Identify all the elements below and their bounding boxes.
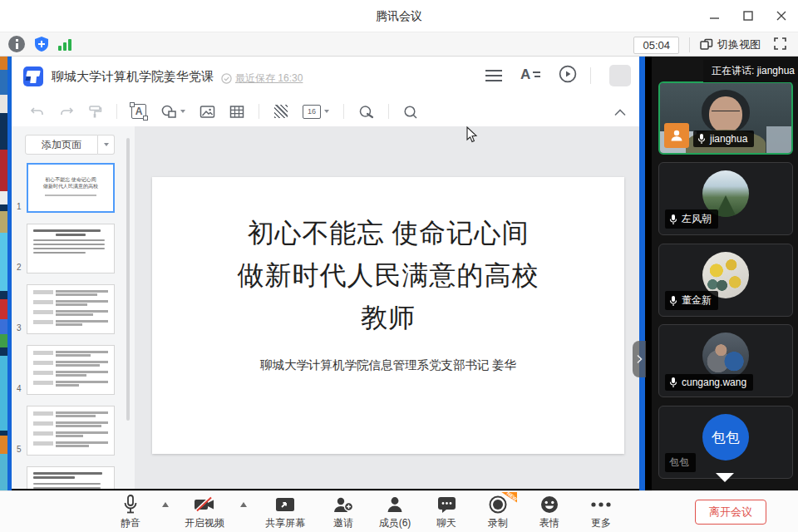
host-badge <box>664 123 689 148</box>
expand-panel-tab[interactable] <box>633 341 646 377</box>
share-border-right <box>639 57 645 490</box>
record-button[interactable]: NEW 录制 <box>472 494 524 530</box>
add-page-button[interactable]: 添加页面 <box>25 135 98 155</box>
tencent-meeting-window: 腾讯会议 05:04 切换视图 <box>0 0 798 532</box>
page-ratio-button[interactable]: 16 <box>303 105 329 119</box>
participant-avatar: 包包 <box>702 414 749 461</box>
fullscreen-button[interactable] <box>774 37 786 53</box>
panel-scrollbar[interactable] <box>126 138 130 421</box>
shared-screen-region: 聊城大学计算机学院姜华党课 最近保存 16:30 A <box>0 57 798 490</box>
start-video-button[interactable]: 开启视频 <box>175 494 234 530</box>
divider <box>343 104 344 119</box>
meeting-bottom-toolbar: 静音 开启视频 共享屏幕 邀请 <box>0 490 798 532</box>
present-button[interactable] <box>559 65 577 86</box>
maximize-button[interactable] <box>732 0 765 32</box>
more-dots-icon <box>590 501 612 508</box>
participant-tile-zuofengchao[interactable]: 左风朝 <box>658 162 793 235</box>
pen-button[interactable] <box>358 105 374 119</box>
meeting-topbar: 05:04 切换视图 <box>0 32 798 57</box>
meeting-info-icon[interactable] <box>8 36 25 52</box>
leave-meeting-button[interactable]: 离开会议 <box>695 500 766 525</box>
account-avatar[interactable] <box>609 65 631 86</box>
maximize-icon <box>743 11 753 21</box>
add-page-dropdown[interactable] <box>98 135 115 155</box>
invite-button[interactable]: 邀请 <box>318 494 369 530</box>
share-screen-button[interactable]: 共享屏幕 <box>253 494 318 530</box>
slide-thumbnail-6[interactable] <box>27 466 115 489</box>
emoji-button[interactable]: 表情 <box>524 494 575 530</box>
mic-options-arrow[interactable] <box>156 502 175 507</box>
share-screen-icon <box>275 495 295 514</box>
security-shield-icon[interactable] <box>33 36 50 52</box>
host-person-icon <box>669 128 684 143</box>
chevron-right-icon <box>636 354 643 364</box>
participant-name: 包包 <box>669 456 689 470</box>
video-options-arrow[interactable] <box>234 502 253 507</box>
shape-button[interactable] <box>160 104 185 119</box>
minimize-button[interactable] <box>698 0 732 32</box>
chat-button[interactable]: 聊天 <box>421 494 472 530</box>
mute-button[interactable]: 静音 <box>105 494 156 530</box>
undo-button[interactable] <box>30 105 45 118</box>
participant-name: 董金新 <box>682 293 712 308</box>
slide-thumbnail-panel: 添加页面 1 初心不能忘 使命记心间 做新时代人民满意的高校 <box>12 126 135 489</box>
mic-icon <box>669 214 677 225</box>
image-button[interactable] <box>200 105 215 119</box>
redo-button[interactable] <box>59 105 74 118</box>
slide-thumbnail-3[interactable]: 3 <box>27 284 115 334</box>
menu-icon[interactable] <box>485 70 502 81</box>
table-button[interactable] <box>229 105 244 119</box>
more-button[interactable]: 更多 <box>575 494 627 530</box>
divider <box>388 104 389 119</box>
text-format-icon[interactable]: A <box>520 68 540 83</box>
textbox-button[interactable]: A <box>131 104 146 119</box>
window-titlebar: 腾讯会议 <box>0 0 798 32</box>
switch-view-icon <box>700 38 713 52</box>
search-button[interactable] <box>403 105 418 119</box>
record-icon <box>488 495 508 515</box>
doc-header: 聊城大学计算机学院姜华党课 最近保存 16:30 A <box>12 57 639 96</box>
participant-tile-jianghua[interactable]: jianghua <box>658 81 793 155</box>
fill-pattern-button[interactable] <box>273 104 288 119</box>
slide-thumbnail-5[interactable]: 5 <box>27 406 115 456</box>
meeting-timer: 05:04 <box>633 37 679 54</box>
thumbnail-number: 5 <box>17 445 22 454</box>
slide-thumbnail-1[interactable]: 1 初心不能忘 使命记心间 做新时代人民满意的高校 <box>27 163 115 213</box>
doc-title: 聊城大学计算机学院姜华党课 <box>52 69 214 85</box>
thumbnail-number: 3 <box>17 323 22 332</box>
close-button[interactable] <box>765 0 798 32</box>
members-button[interactable]: 成员(6) <box>369 494 421 530</box>
speaking-banner: 正在讲话: jianghua <box>703 60 798 82</box>
switch-view-button[interactable]: 切换视图 <box>700 37 761 52</box>
wps-logo-icon <box>23 66 43 86</box>
participant-tile-dongjinxin[interactable]: 董金新 <box>658 244 793 317</box>
play-icon <box>559 65 577 83</box>
format-painter-button[interactable] <box>88 105 102 119</box>
divider <box>259 104 259 119</box>
participant-name: cungang.wang <box>682 377 746 388</box>
divider <box>116 104 117 119</box>
mic-icon <box>697 133 706 145</box>
mouse-cursor <box>466 126 479 148</box>
participant-name-chip: 左风朝 <box>665 209 718 229</box>
slide-subtitle: 聊城大学计算机学院信息管理系党支部书记 姜华 <box>152 357 624 373</box>
collapse-toolbar-button[interactable] <box>614 105 626 120</box>
smiley-icon <box>539 495 559 515</box>
chat-icon <box>437 495 456 514</box>
doc-body: 添加页面 1 初心不能忘 使命记心间 做新时代人民满意的高校 <box>12 126 639 489</box>
more-participants-arrow[interactable] <box>716 473 734 482</box>
participant-name: jianghua <box>710 133 747 145</box>
slide-thumbnail-4[interactable]: 4 <box>27 345 115 395</box>
window-title: 腾讯会议 <box>0 9 798 24</box>
thumbnail-list: 1 初心不能忘 使命记心间 做新时代人民满意的高校 2 <box>12 163 135 489</box>
network-signal-icon[interactable] <box>58 37 75 52</box>
participant-tile-baobao[interactable]: 包包 包包 <box>658 406 793 479</box>
thumbnail-number: 4 <box>17 384 22 393</box>
mic-icon <box>122 495 139 515</box>
participant-tile-cungang-wang[interactable]: cungang.wang <box>658 324 793 397</box>
slide-thumbnail-2[interactable]: 2 <box>27 224 115 273</box>
avatar-text: 包包 <box>712 428 740 447</box>
participant-name-chip: jianghua <box>693 131 754 147</box>
participant-name-chip: 董金新 <box>665 291 718 310</box>
switch-view-label: 切换视图 <box>717 37 761 52</box>
